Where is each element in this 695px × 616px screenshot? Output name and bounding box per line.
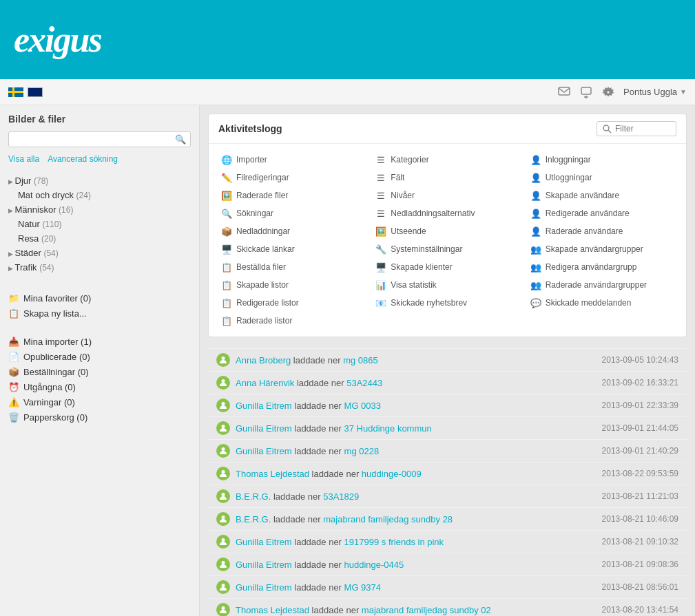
menu-item-7[interactable]: ☰Nivåer (370, 187, 524, 204)
menu-item-5[interactable]: 👤Utloggningar (525, 169, 679, 187)
menu-item-2[interactable]: 👤Inloggningar (525, 151, 679, 169)
category-item-1[interactable]: Mat och dryck (24) (8, 188, 191, 202)
favorites-item[interactable]: 📁 Mina favoriter (0) (8, 290, 191, 306)
menu-icon-19: 🖥️ (375, 262, 386, 273)
menu-icon-20: 👥 (530, 262, 541, 273)
menu-item-25[interactable]: 📧Skickade nyhetsbrev (370, 294, 524, 312)
item-link-0[interactable]: mg 0865 (343, 355, 378, 365)
create-list-item[interactable]: 📋 Skapa ny lista... (8, 306, 191, 321)
message-icon[interactable] (557, 85, 571, 99)
user-link-10[interactable]: Gunilla Eitrem (236, 582, 292, 593)
menu-item-16[interactable]: 🔧Systeminställningar (370, 240, 524, 258)
menu-item-0[interactable]: 🌐Importer (216, 151, 370, 169)
divider-1 (8, 286, 191, 286)
activity-time-4: 2013-09-01 21:40:29 (582, 446, 678, 456)
activity-text-6: B.E.R.G. laddade ner 53A1829 (236, 491, 577, 502)
avatar-7 (216, 512, 230, 526)
activity-time-1: 2013-09-02 16:33:21 (582, 378, 678, 387)
menu-item-3[interactable]: ✏️Filredigeringar (216, 169, 370, 187)
user-link-4[interactable]: Gunilla Eitrem (236, 446, 292, 456)
menu-item-14[interactable]: 👤Raderade användare (525, 222, 679, 240)
menu-item-26[interactable]: 💬Skickade meddelanden (525, 294, 679, 312)
sidebar-item-0[interactable]: 📥Mina importer (1) (8, 334, 191, 349)
activity-text-1: Anna Härenvik laddade ner 53A2443 (236, 378, 577, 388)
avatar-2 (216, 399, 230, 412)
item-link-7[interactable]: majabrand familjedag sundby 28 (323, 514, 453, 524)
menu-item-6[interactable]: 🖼️Raderade filer (216, 187, 370, 204)
view-all-link[interactable]: Visa alla (8, 154, 39, 164)
user-link-11[interactable]: Thomas Lejdestad (236, 605, 309, 615)
sidebar-item-2[interactable]: 📦Beställningar (0) (8, 364, 191, 379)
category-item-4[interactable]: Resa (20) (8, 231, 191, 246)
item-link-10[interactable]: MG 9374 (344, 582, 381, 593)
activity-time-2: 2013-09-01 22:33:39 (582, 401, 678, 410)
user-link-2[interactable]: Gunilla Eitrem (236, 401, 292, 411)
svg-point-20 (222, 606, 225, 610)
activity-time-9: 2013-08-21 09:08:36 (582, 560, 678, 569)
menu-item-13[interactable]: 🖼️Utseende (370, 222, 524, 240)
user-link-5[interactable]: Thomas Lejdestad (236, 469, 309, 479)
item-link-2[interactable]: MG 0033 (344, 401, 381, 411)
sidebar-item-5[interactable]: 🗑️Papperskorg (0) (8, 410, 191, 425)
svg-point-7 (603, 125, 609, 131)
menu-item-21[interactable]: 📋Skapade listor (216, 276, 370, 294)
menu-item-15[interactable]: 🖥️Skickade länkar (216, 240, 370, 258)
menu-item-12[interactable]: 📦Nedladdningar (216, 222, 370, 240)
menu-item-8[interactable]: 👤Skapade användare (525, 187, 679, 204)
user-dropdown[interactable]: Pontus Uggla ▼ (623, 87, 687, 97)
user-link-1[interactable]: Anna Härenvik (236, 378, 294, 388)
user-link-3[interactable]: Gunilla Eitrem (236, 423, 292, 434)
menu-item-9[interactable]: 🔍Sökningar (216, 204, 370, 222)
menu-item-23[interactable]: 👥Raderade användargrupper (525, 276, 679, 294)
filter-input[interactable] (615, 124, 670, 134)
item-link-8[interactable]: 1917999 s friends in pink (344, 537, 444, 547)
advanced-search-link[interactable]: Avancerad sökning (48, 154, 118, 164)
sidebar-item-3[interactable]: ⏰Utgångna (0) (8, 379, 191, 394)
menu-item-19[interactable]: 🖥️Skapade klienter (370, 258, 524, 276)
item-link-9[interactable]: huddinge-0445 (344, 560, 404, 570)
category-item-3[interactable]: Natur (110) (8, 217, 191, 231)
category-item-5[interactable]: Städer (54) (8, 246, 191, 260)
menu-item-1[interactable]: ☰Kategorier (370, 151, 524, 169)
svg-point-9 (222, 357, 225, 360)
menu-item-22[interactable]: 📊Visa statistik (370, 276, 524, 294)
category-item-6[interactable]: Trafik (54) (8, 260, 191, 275)
item-link-3[interactable]: 37 Huddinge kommun (344, 423, 432, 434)
menu-item-27[interactable]: 📋Raderade listor (216, 312, 370, 330)
item-link-11[interactable]: majabrand familjedag sundby 02 (362, 605, 491, 615)
search-input[interactable] (13, 135, 175, 145)
activity-menu-grid: 🌐Importer☰Kategorier👤Inloggningar✏️Filre… (209, 144, 686, 337)
unpublished-icon: 📄 (8, 351, 19, 362)
item-link-6[interactable]: 53A1829 (323, 491, 359, 502)
sidebar-item-1[interactable]: 📄Opublicerade (0) (8, 349, 191, 364)
sidebar-item-4[interactable]: ⚠️Varningar (0) (8, 394, 191, 410)
flag-uk[interactable] (28, 87, 43, 97)
settings-icon[interactable] (601, 85, 615, 99)
menu-icon-1: ☰ (375, 154, 386, 165)
menu-item-20[interactable]: 👥Redigera användargrupp (525, 258, 679, 276)
menu-item-4[interactable]: ☰Fält (370, 169, 524, 187)
menu-item-17[interactable]: 👥Skapade användargrupper (525, 240, 679, 258)
item-link-4[interactable]: mg 0228 (344, 446, 380, 456)
user-link-0[interactable]: Anna Broberg (236, 355, 291, 365)
user-link-8[interactable]: Gunilla Eitrem (236, 537, 292, 547)
menu-icon-24: 📋 (221, 297, 232, 308)
user-link-7[interactable]: B.E.R.G. (236, 514, 271, 524)
menu-item-18[interactable]: 📋Beställda filer (216, 258, 370, 276)
menu-item-10[interactable]: ☰Nedladdningsalternativ (370, 204, 524, 222)
category-item-2[interactable]: Människor (16) (8, 202, 191, 217)
user-link-6[interactable]: B.E.R.G. (236, 491, 271, 502)
user-link-9[interactable]: Gunilla Eitrem (236, 560, 292, 570)
table-row: Gunilla Eitrem laddade ner mg 0228 2013-… (208, 439, 687, 462)
svg-point-12 (222, 425, 225, 428)
sidebar-favorites-section: 📁 Mina favoriter (0) 📋 Skapa ny lista... (8, 290, 191, 321)
menu-item-11[interactable]: 👤Redigerade användare (525, 204, 679, 222)
svg-point-6 (608, 91, 610, 93)
item-link-5[interactable]: huddinge-0009 (362, 469, 422, 479)
item-link-1[interactable]: 53A2443 (346, 378, 382, 388)
category-item-0[interactable]: Djur (78) (8, 173, 191, 188)
flag-sweden[interactable] (8, 87, 23, 97)
table-row: B.E.R.G. laddade ner majabrand familjeda… (208, 507, 687, 530)
menu-item-24[interactable]: 📋Redigerade listor (216, 294, 370, 312)
download-icon[interactable] (579, 85, 593, 99)
